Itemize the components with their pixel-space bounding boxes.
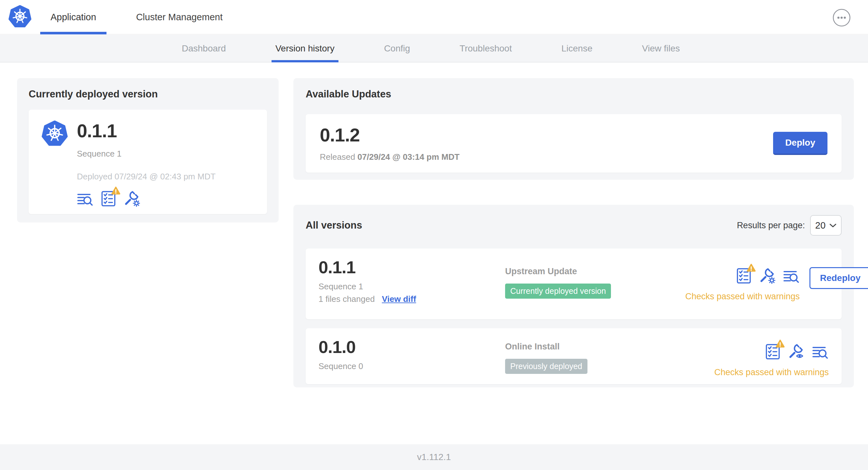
currently-deployed-card: Currently deployed version 0.1.1 Sequenc… (17, 78, 279, 223)
tab-version-history[interactable]: Version history (272, 35, 338, 62)
row-source-label: Online Install (505, 342, 685, 352)
logs-action[interactable] (783, 270, 800, 284)
ellipsis-icon (833, 9, 850, 27)
warning-triangle-icon (746, 263, 756, 272)
console-version-text: v1.112.1 (417, 452, 451, 462)
header-tabs: Application Cluster Management (40, 0, 233, 34)
logs-action[interactable] (812, 345, 829, 360)
tab-application[interactable]: Application (40, 0, 106, 34)
version-row-0-1-1: 0.1.1 Sequence 1 1 files changed View di… (306, 248, 842, 319)
row-source-label: Upstream Update (505, 267, 685, 276)
available-updates-card: Available Updates 0.1.2 Released 07/29/2… (293, 78, 854, 180)
kubernetes-logo-icon (8, 5, 32, 28)
files-changed-label: 1 files changed (318, 294, 375, 304)
app-footer: v1.112.1 (0, 444, 868, 470)
all-versions-card: All versions Results per page: 20 0.1.1 … (293, 205, 854, 388)
view-config-icon[interactable] (787, 343, 804, 360)
currently-deployed-badge: Currently deployed version (505, 283, 611, 299)
edit-config-action[interactable] (758, 267, 775, 284)
currently-deployed-inner: 0.1.1 Sequence 1 Deployed 07/29/24 @ 02:… (29, 110, 267, 214)
released-date: 07/29/24 @ 03:14 pm MDT (358, 152, 459, 162)
row-version-number: 0.1.0 (318, 338, 505, 356)
currently-deployed-title: Currently deployed version (29, 89, 267, 100)
tab-troubleshoot[interactable]: Troubleshoot (456, 35, 516, 62)
logs-action[interactable] (77, 193, 94, 207)
tab-license[interactable]: License (558, 35, 596, 62)
tab-view-files[interactable]: View files (638, 35, 684, 62)
checks-status-text: Checks passed with warnings (714, 367, 829, 377)
released-label: Released (320, 152, 355, 162)
current-version-number: 0.1.1 (77, 121, 216, 141)
warning-triangle-icon (111, 186, 121, 195)
available-update-row: 0.1.2 Released 07/29/24 @ 03:14 pm MDT D… (306, 114, 842, 173)
app-subnav: Dashboard Version history Config Trouble… (0, 35, 868, 62)
preflight-checks-action[interactable] (101, 191, 116, 207)
preflight-checks-action[interactable] (737, 268, 751, 284)
logs-icon[interactable] (812, 345, 829, 360)
redeploy-button[interactable]: Redeploy (809, 267, 868, 289)
row-action-icons (737, 267, 800, 284)
preflight-checks-action[interactable] (766, 344, 780, 360)
row-sequence: Sequence 1 (318, 281, 505, 292)
row-sequence: Sequence 0 (318, 361, 505, 371)
app-header: Application Cluster Management (0, 0, 868, 34)
results-per-page: Results per page: 20 (737, 215, 842, 236)
previously-deployed-badge: Previously deployed (505, 359, 587, 374)
version-row-0-1-0: 0.1.0 Sequence 0 Online Install Previous… (306, 328, 842, 384)
edit-config-icon[interactable] (758, 267, 775, 284)
kubernetes-logo-icon (41, 121, 68, 147)
all-versions-header: All versions Results per page: 20 (306, 215, 842, 236)
results-per-page-label: Results per page: (737, 221, 805, 231)
logs-icon[interactable] (77, 193, 94, 207)
row-version-number: 0.1.1 (318, 258, 505, 276)
tab-dashboard[interactable]: Dashboard (178, 35, 230, 62)
current-version-sequence: Sequence 1 (77, 149, 216, 159)
current-version-actions (77, 190, 216, 207)
checks-status-text: Checks passed with warnings (685, 292, 800, 302)
update-released-timestamp: Released 07/29/24 @ 03:14 pm MDT (320, 152, 459, 162)
version-history-page: Application Cluster Management Dashboard… (0, 0, 868, 470)
current-version-deployed-timestamp: Deployed 07/29/24 @ 02:43 pm MDT (77, 172, 216, 181)
tab-config[interactable]: Config (380, 35, 414, 62)
chevron-down-icon (829, 224, 836, 228)
deploy-button[interactable]: Deploy (773, 132, 828, 155)
kubernetes-app-icon (41, 121, 68, 147)
edit-config-icon[interactable] (123, 190, 140, 207)
update-version-number: 0.1.2 (320, 125, 459, 145)
view-diff-link[interactable]: View diff (382, 294, 416, 304)
warning-triangle-icon (775, 339, 785, 348)
overflow-menu-button[interactable] (833, 9, 850, 27)
results-per-page-select[interactable]: 20 (810, 215, 842, 236)
kubernetes-logo-icon (8, 5, 32, 28)
logs-icon[interactable] (783, 270, 800, 284)
available-updates-title: Available Updates (306, 89, 842, 100)
view-config-action[interactable] (787, 343, 804, 360)
all-versions-title: All versions (306, 220, 362, 231)
tab-cluster-management[interactable]: Cluster Management (126, 0, 233, 34)
row-action-icons (766, 343, 829, 360)
edit-config-action[interactable] (123, 190, 140, 207)
results-per-page-value: 20 (815, 220, 826, 231)
